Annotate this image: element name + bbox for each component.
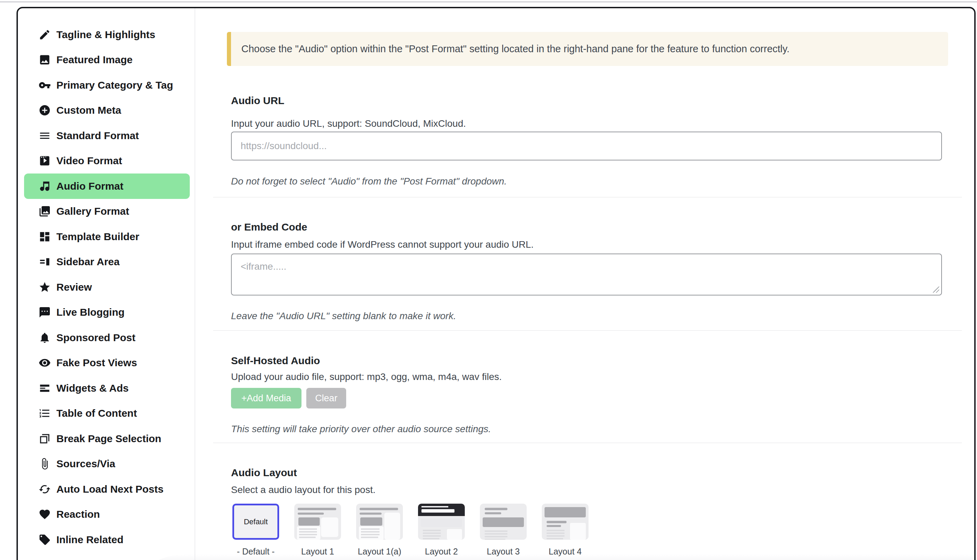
- clear-button[interactable]: Clear: [306, 388, 347, 408]
- bell-icon: [38, 332, 51, 344]
- sidebar-item-label: Table of Content: [57, 407, 137, 419]
- sidebar-item-sources-via[interactable]: Sources/Via: [18, 452, 195, 477]
- self-hosted-buttons: +Add Media Clear: [231, 388, 346, 408]
- sidebar-item-inline-related[interactable]: Inline Related: [18, 527, 195, 552]
- sidebar-item-label: Review: [57, 282, 92, 293]
- sidebar-item-sponsored-post[interactable]: Sponsored Post: [18, 325, 195, 350]
- layout-option-label: Layout 4: [549, 547, 582, 557]
- layout-thumbnail-default[interactable]: Default: [232, 504, 279, 540]
- gallery-icon: [38, 205, 51, 217]
- music-note-icon: [38, 180, 51, 192]
- audio-url-note: Do not forget to select "Audio" from the…: [231, 176, 507, 187]
- layout-thumbnail-layout-3[interactable]: [480, 504, 527, 540]
- layout-thumbnail-layout-1a[interactable]: [356, 504, 403, 540]
- sidebar-item-table-of-content[interactable]: Table of Content: [18, 401, 195, 427]
- sidebar-item-video-format[interactable]: Video Format: [18, 148, 195, 174]
- layout-option-layout-3: Layout 3: [480, 504, 527, 557]
- sidebar-item-sidebar-area[interactable]: Sidebar Area: [18, 250, 195, 275]
- textarea-resize-handle[interactable]: [932, 285, 940, 294]
- image-icon: [38, 53, 51, 66]
- layout-thumbnail-layout-4[interactable]: [542, 504, 588, 540]
- key-icon: [38, 79, 51, 92]
- sidebar-item-label: Auto Load Next Posts: [57, 483, 164, 495]
- sidebar-item-label: Break Page Selection: [57, 433, 161, 445]
- section-divider: [213, 443, 962, 443]
- sidebar-item-label: Featured Image: [57, 54, 133, 66]
- paperclip-icon: [38, 458, 51, 470]
- layout-option-label: Layout 1: [301, 547, 334, 557]
- sidebar-item-break-page-selection[interactable]: Break Page Selection: [18, 426, 195, 452]
- embed-code-field-wrap: [231, 253, 942, 295]
- layout-option-label: Layout 2: [425, 547, 458, 557]
- audio-url-input[interactable]: [231, 132, 942, 160]
- audio-layout-options: Default- Default -Layout 1Layout 1(a)Lay…: [232, 504, 588, 557]
- sidebar-item-label: Fake Post Views: [57, 357, 137, 368]
- layout-thumbnail-layout-1[interactable]: [294, 504, 341, 540]
- embed-code-note: Leave the "Audio URL" setting blank to m…: [231, 310, 456, 322]
- embed-code-textarea[interactable]: [231, 253, 942, 295]
- sidebar-item-label: Standard Format: [57, 130, 139, 142]
- sidebar-item-label: Template Builder: [57, 231, 139, 243]
- audio-format-panel: Choose the "Audio" option within the "Po…: [196, 8, 974, 560]
- sidebar-item-review[interactable]: Review: [18, 275, 195, 300]
- tag-icon: [38, 533, 51, 546]
- chat-bubble-icon: [38, 306, 51, 318]
- eye-icon: [38, 357, 51, 369]
- sidebar-item-label: Inline Related: [57, 534, 124, 545]
- sidebar-item-label: Custom Meta: [57, 105, 121, 116]
- info-notice: Choose the "Audio" option within the "Po…: [227, 32, 948, 66]
- layout-option-label: Layout 3: [487, 547, 520, 557]
- section-divider: [213, 330, 962, 331]
- sidebar-item-reaction[interactable]: Reaction: [18, 502, 195, 527]
- sidebar-item-auto-load-next-posts[interactable]: Auto Load Next Posts: [18, 477, 195, 502]
- refresh-icon: [38, 483, 51, 495]
- layout-thumbnail-layout-2[interactable]: [418, 504, 465, 540]
- sidebar-item-template-builder[interactable]: Template Builder: [18, 224, 195, 250]
- add-media-button[interactable]: +Add Media: [231, 388, 301, 408]
- sidebar-item-label: Audio Format: [57, 180, 124, 192]
- sidebar-item-audio-format[interactable]: Audio Format: [24, 173, 190, 199]
- sidebar-item-label: Sidebar Area: [57, 256, 120, 268]
- self-hosted-title: Self-Hosted Audio: [231, 355, 320, 367]
- sidebar-item-label: Primary Category & Tag: [57, 79, 173, 91]
- layout-option-label: - Default -: [237, 547, 275, 557]
- audio-url-description: Input your audio URL, support: SoundClou…: [231, 118, 466, 129]
- sidebar-item-label: Sponsored Post: [57, 332, 135, 343]
- section-divider: [213, 197, 962, 198]
- sidebar-item-gallery-format[interactable]: Gallery Format: [18, 199, 195, 224]
- sidebar-item-standard-format[interactable]: Standard Format: [18, 123, 195, 148]
- sidebar-item-label: Video Format: [57, 155, 122, 167]
- numbered-list-icon: [38, 407, 51, 420]
- self-hosted-note: This setting will take priority over oth…: [231, 423, 491, 435]
- template-grid-icon: [38, 230, 51, 243]
- sidebar-item-live-blogging[interactable]: Live Blogging: [18, 300, 195, 325]
- sidebar-item-label: Live Blogging: [57, 307, 124, 318]
- audio-layout-title: Audio Layout: [231, 467, 297, 478]
- pages-icon: [38, 433, 51, 445]
- settings-sidebar: Tagline & HighlightsFeatured ImagePrimar…: [18, 8, 195, 560]
- layout-option-layout-4: Layout 4: [542, 504, 588, 557]
- sidebar-item-tagline-highlights[interactable]: Tagline & Highlights: [18, 22, 195, 47]
- layout-option-layout-2: Layout 2: [418, 504, 465, 557]
- layout-option-layout-1a: Layout 1(a): [356, 504, 403, 557]
- sidebar-item-custom-meta[interactable]: Custom Meta: [18, 98, 195, 123]
- layout-option-label: Layout 1(a): [358, 547, 401, 557]
- sidebar-item-primary-category-tag[interactable]: Primary Category & Tag: [18, 72, 195, 98]
- menu-lines-icon: [38, 130, 51, 142]
- sidebar-item-label: Tagline & Highlights: [57, 29, 155, 40]
- heart-icon: [38, 508, 51, 520]
- layout-option-layout-1: Layout 1: [294, 504, 341, 557]
- audio-layout-description: Select a audio layout for this post.: [231, 484, 376, 495]
- notice-text: Choose the "Audio" option within the "Po…: [241, 43, 790, 55]
- embed-code-description: Input iframe embed code if WordPress can…: [231, 239, 534, 250]
- sidebar-item-featured-image[interactable]: Featured Image: [18, 47, 195, 73]
- sidebar-item-widgets-ads[interactable]: Widgets & Ads: [18, 375, 195, 401]
- sidebar-item-label: Reaction: [57, 508, 100, 520]
- page-top-divider: [0, 2, 977, 2]
- sidebar-item-fake-post-views[interactable]: Fake Post Views: [18, 350, 195, 376]
- star-icon: [38, 281, 51, 293]
- plus-circle-icon: [38, 104, 51, 117]
- embed-code-title: or Embed Code: [231, 221, 307, 233]
- layout-option-default: Default- Default -: [232, 504, 279, 557]
- sidebar-item-label: Gallery Format: [57, 205, 129, 217]
